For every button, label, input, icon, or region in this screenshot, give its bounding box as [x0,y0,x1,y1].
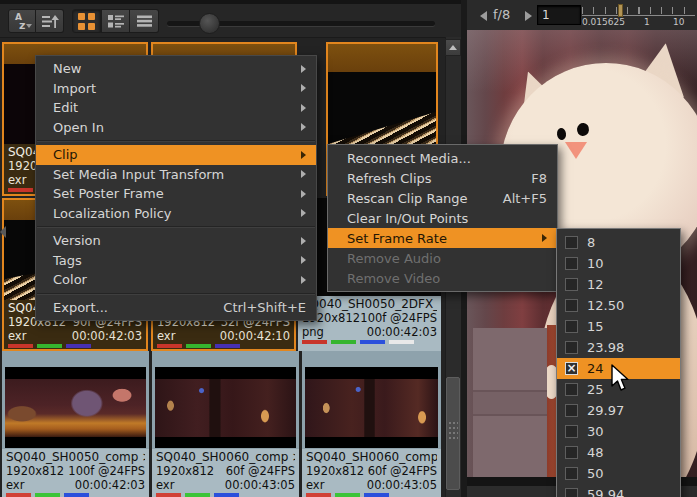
clip-card[interactable]: SQ040_SH0060_comp > 1920x81260f @24FPS e… [302,351,441,497]
menu-item-export[interactable]: Export...Ctrl+Shift+E [36,298,316,318]
framerate-option-23.98[interactable]: 23.98 [557,337,680,358]
aperture-decrease-icon[interactable] [480,11,487,21]
menu-item-new[interactable]: New [36,59,316,79]
framerate-option-8[interactable]: 8 [557,232,680,253]
menu-item-refresh-clips[interactable]: Refresh ClipsF8 [328,168,557,188]
gain-tick-label: 1 [644,17,650,27]
sort-direction-button[interactable] [36,9,64,33]
menu-item-label: Localization Policy [53,206,293,221]
application-window: A z [0,0,697,497]
menu-item-open-in[interactable]: Open In [36,118,316,138]
sort-alpha-icon: A z [9,10,35,32]
checkbox-icon [565,383,578,396]
clip-metadata: SQ040_SH0060_comp > 1920x81260f @24FPS e… [302,449,441,497]
channel-bar [35,493,60,497]
sort-alpha-button[interactable]: A z [8,9,36,33]
clip-format: exr [157,329,175,343]
menu-item-label: Import [53,81,293,96]
menu-item-clear-in-out-points[interactable]: Clear In/Out Points [328,208,557,228]
framerate-option-29.97[interactable]: 29.97 [557,400,680,421]
menu-item-set-poster-frame[interactable]: Set Poster Frame [36,184,316,204]
viewer-toolbar: f/8 0.015625 1 10 [467,0,697,31]
clip-duration: 60f @24FPS [226,464,295,478]
menu-item-set-frame-rate[interactable]: Set Frame Rate [328,228,557,248]
menu-item-color[interactable]: Color [36,270,316,290]
clip-title: SQ040_SH0060_comp > [156,450,295,464]
framerate-option-12[interactable]: 12 [557,274,680,295]
framerate-submenu: 8101212.501523.98×242529.9730485059.94 [556,228,681,497]
context-menu: NewImportEditOpen InClipSet Media Input … [35,55,317,321]
frame-number-input[interactable] [537,5,581,25]
gain-tick-label: 10 [673,17,684,27]
submenu-arrow-icon [542,234,547,242]
clip-format: png [302,325,324,339]
checkbox-icon [565,425,578,438]
panel-splitter-arrow-icon[interactable] [0,226,6,238]
framerate-label: 30 [587,424,604,439]
framerate-option-59.94[interactable]: 59.94 [557,484,680,497]
menu-item-label: Open In [53,120,293,135]
grid-view-icon [78,13,95,30]
menu-item-label: New [53,61,293,76]
clip-resolution: 1920x812 [156,464,214,478]
framerate-label: 23.98 [587,340,624,355]
clip-title: SQ040_SH0050_comp > [6,450,145,464]
clip-channel-bars [306,493,437,497]
gain-slider-track[interactable] [582,15,695,16]
menu-item-set-media-input-transform[interactable]: Set Media Input Transform [36,165,316,185]
clip-channel-bars [302,340,437,345]
framerate-option-50[interactable]: 50 [557,463,680,484]
submenu-arrow-icon [301,151,306,159]
checkbox-icon [565,467,578,480]
channel-bar [66,344,91,348]
framerate-label: 29.97 [587,403,624,418]
menu-item-localization-policy[interactable]: Localization Policy [36,204,316,224]
list-view-button[interactable] [130,9,159,33]
gain-slider-handle[interactable] [618,4,623,17]
channel-bar [306,493,331,497]
framerate-label: 12.50 [587,298,624,313]
checkbox-icon [565,257,578,270]
menu-item-remove-audio: Remove Audio [328,248,557,268]
menu-item-import[interactable]: Import [36,79,316,99]
menu-separator [37,226,315,228]
clip-channel-bars [8,344,142,349]
grid-view-button[interactable] [72,9,101,33]
clip-card[interactable]: SQ040_SH0060_comp > 1920x81260f @24FPS e… [152,351,299,497]
bin-scrollbar-thumb[interactable] [446,377,460,490]
menu-item-tags[interactable]: Tags [36,251,316,271]
framerate-label: 12 [587,277,604,292]
menu-item-label: Reconnect Media... [347,151,547,166]
framerate-option-10[interactable]: 10 [557,253,680,274]
framerate-option-30[interactable]: 30 [557,421,680,442]
menu-item-version[interactable]: Version [36,231,316,251]
menu-item-label: Tags [53,253,293,268]
framerate-label: 59.94 [587,487,624,497]
clip-timecode: 00:00:43:05 [367,478,437,492]
menu-item-reconnect-media[interactable]: Reconnect Media... [328,148,557,168]
chevron-down-icon [26,24,32,28]
framerate-label: 48 [587,445,604,460]
menu-item-edit[interactable]: Edit [36,98,316,118]
menu-shortcut: Ctrl+Shift+E [223,300,306,315]
menu-item-label: Remove Video [347,271,547,286]
scroll-up-button[interactable] [445,39,461,56]
checkbox-checked-icon: × [565,362,578,375]
framerate-option-15[interactable]: 15 [557,316,680,337]
aperture-increase-icon[interactable] [525,11,532,21]
menu-item-clip[interactable]: Clip [36,145,316,165]
clip-card[interactable]: SQ040_SH0050_comp > 1920x812100f @24FPS … [2,351,149,497]
clip-timecode: 00:00:42:10 [220,329,290,343]
arrow-up-icon [449,45,457,50]
clip-metadata: SQ040_SH0050_2DFX_0 1920x812100f @24FPS … [298,296,441,351]
thumbnail-size-slider-thumb[interactable] [199,13,220,34]
channel-bar [156,493,181,497]
framerate-label: 24 [587,361,604,376]
detail-view-button[interactable] [101,9,130,33]
clip-format: exr [156,478,174,492]
framerate-option-12.50[interactable]: 12.50 [557,295,680,316]
menu-item-label: Refresh Clips [347,171,517,186]
framerate-option-48[interactable]: 48 [557,442,680,463]
menu-item-rescan-clip-range[interactable]: Rescan Clip RangeAlt+F5 [328,188,557,208]
clip-resolution: 1920x812 [6,464,64,478]
